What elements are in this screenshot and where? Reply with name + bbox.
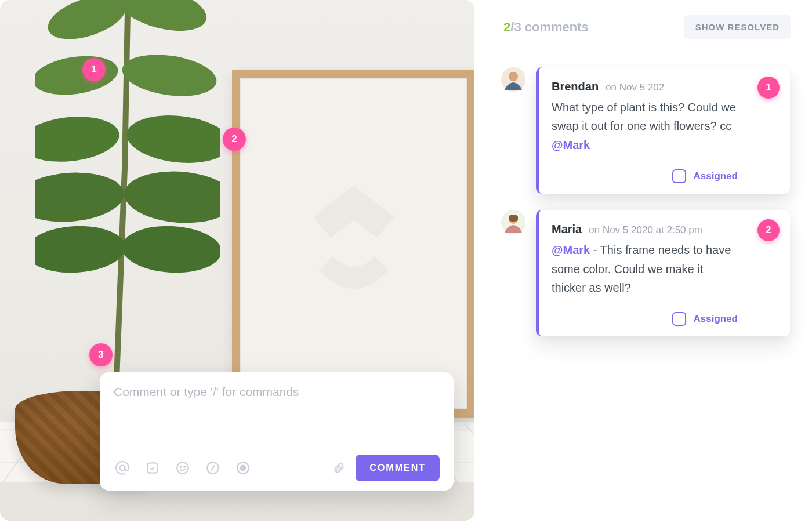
comment-row: 2 Maria on Nov 5 2020 at 2:50 pm @Mark -…	[501, 210, 790, 336]
comments-sidebar: 2/3 comments SHOW RESOLVED 1 Brendan on …	[490, 0, 812, 530]
svg-point-13	[180, 466, 182, 467]
comment-row: 1 Brendan on Nov 5 202 What type of plan…	[501, 67, 790, 194]
comment-composer: Comment or type '/' for commands	[100, 372, 454, 491]
comment-count: 2/3 comments	[503, 20, 589, 35]
comment-count-current: 2	[503, 20, 510, 34]
mention-icon[interactable]	[114, 459, 131, 477]
assigned-toggle[interactable]: Assigned	[552, 169, 738, 183]
comment-card[interactable]: 1 Brendan on Nov 5 202 What type of plan…	[536, 67, 790, 194]
composer-input[interactable]: Comment or type '/' for commands	[114, 385, 440, 449]
comment-author: Maria	[552, 223, 582, 236]
assigned-label: Assigned	[693, 170, 738, 182]
record-icon[interactable]	[234, 459, 252, 477]
svg-point-18	[241, 466, 246, 471]
picture-frame	[232, 70, 474, 418]
show-resolved-button[interactable]: SHOW RESOLVED	[684, 15, 791, 39]
image-canvas[interactable]: 1 2 3 Comment or type '/' for commands	[0, 0, 474, 521]
brand-logo-watermark	[296, 180, 412, 307]
avatar[interactable]	[501, 210, 525, 234]
comment-body: What type of plant is this? Could we swa…	[552, 98, 738, 154]
comment-pin-badge: 1	[757, 77, 780, 99]
svg-point-12	[177, 462, 188, 474]
svg-point-10	[120, 466, 125, 471]
svg-point-14	[184, 466, 185, 467]
avatar[interactable]	[501, 67, 525, 92]
assigned-label: Assigned	[693, 313, 738, 325]
comment-timestamp: on Nov 5 202	[606, 82, 664, 93]
comments-header: 2/3 comments SHOW RESOLVED	[490, 0, 803, 52]
comment-body: @Mark - This frame needs to have some co…	[552, 241, 738, 297]
comment-timestamp: on Nov 5 2020 at 2:50 pm	[589, 224, 702, 236]
checkbox-icon[interactable]	[672, 312, 686, 326]
pin-number: 2	[231, 133, 237, 145]
comment-card[interactable]: 2 Maria on Nov 5 2020 at 2:50 pm @Mark -…	[536, 210, 790, 336]
composer-toolbar: COMMENT	[114, 455, 440, 481]
attachment-icon[interactable]	[330, 459, 347, 477]
emoji-icon[interactable]	[174, 459, 191, 477]
task-icon[interactable]	[144, 459, 161, 477]
pin-number: 3	[98, 349, 103, 361]
annotation-pin-3[interactable]: 3	[89, 343, 113, 366]
pin-number: 1	[91, 64, 96, 75]
svg-point-20	[509, 72, 518, 81]
mention[interactable]: @Mark	[552, 139, 590, 151]
annotation-pin-2[interactable]: 2	[223, 128, 246, 151]
comments-list: 1 Brendan on Nov 5 202 What type of plan…	[490, 52, 803, 348]
svg-line-16	[211, 466, 215, 471]
comment-count-total: 3 comments	[514, 20, 588, 34]
comment-pin-badge: 2	[757, 219, 780, 241]
assigned-toggle[interactable]: Assigned	[552, 312, 738, 326]
checkbox-icon[interactable]	[672, 169, 686, 183]
mention[interactable]: @Mark	[552, 244, 590, 256]
submit-comment-button[interactable]: COMMENT	[356, 455, 440, 481]
slash-command-icon[interactable]	[204, 459, 222, 477]
comment-author: Brendan	[552, 80, 599, 93]
annotation-pin-1[interactable]: 1	[82, 58, 106, 81]
